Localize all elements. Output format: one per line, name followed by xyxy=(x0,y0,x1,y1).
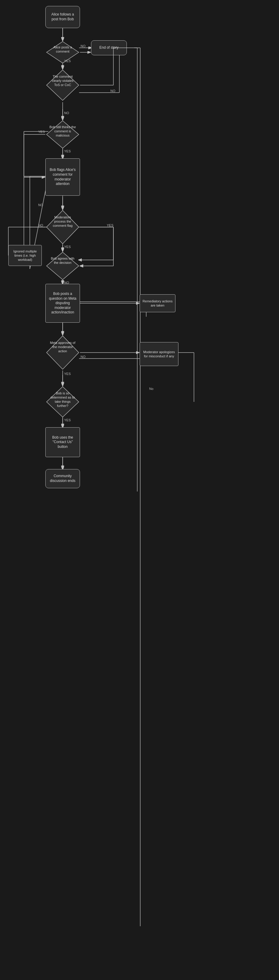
community-ends-node: Community discussion ends xyxy=(45,469,80,488)
moderator-apologizes-node: Moderator apologizes for misconduct if a… xyxy=(140,342,178,366)
end-of-story-node: End of story xyxy=(91,40,127,55)
meta-approves-no-label: NO xyxy=(81,355,86,358)
bob-thinks-malicious-diamond: Bob still thinks the comment is maliciou… xyxy=(45,119,80,150)
moderators-process-label: Moderators process the comment flag xyxy=(49,215,76,228)
remediatory-node: Remediatory actions are taken xyxy=(140,294,176,312)
alice-posts-label: Alice posts a comment xyxy=(51,45,75,54)
bob-determined-diamond: Bob is so determined as to take things f… xyxy=(45,385,80,419)
flowchart: Alice follows a post from Bob End of sto… xyxy=(0,0,279,980)
clearly-violates-no-down-label: NO xyxy=(64,111,69,115)
clearly-violates-no-right-label: NO xyxy=(110,89,116,92)
bob-agrees-diamond: Bob agrees with the decision xyxy=(45,251,80,282)
alice-posts-no-label: NO xyxy=(81,44,86,48)
bob-agrees-label: Bob agrees with the decision xyxy=(49,256,76,265)
moderators-yes-down-label: YES xyxy=(64,245,71,248)
meta-approves-label: Meta approves of the moderator action xyxy=(49,340,76,353)
bob-thinks-yes-label: YES xyxy=(38,130,45,134)
bob-flags-node: Bob flags Alice's comment for moderator … xyxy=(45,158,80,196)
ignored-multiple-node: Ignored multiple times (i.e. high worklo… xyxy=(8,245,42,266)
bob-uses-contact-node: Bob uses the "Contact Us" button xyxy=(45,427,80,457)
alice-posts-yes-label: YES xyxy=(64,59,71,63)
meta-approves-yes-label: YES xyxy=(64,372,71,375)
bob-determined-yes-label: YES xyxy=(64,418,71,422)
moderators-no-label: NO xyxy=(38,223,43,227)
clearly-violates-label: The comment clearly violates ToS or CoC xyxy=(49,75,76,87)
start-node: Alice follows a post from Bob xyxy=(45,6,80,28)
bob-thinks-yes-down-label: YES xyxy=(64,150,71,153)
clearly-violates-diamond: The comment clearly violates ToS or CoC xyxy=(45,69,80,102)
alice-posts-diamond: Alice posts a comment xyxy=(45,40,80,65)
meta-approves-diamond: Meta approves of the moderator action xyxy=(45,335,80,371)
bob-posts-question-node: Bob posts a question on Meta disputing m… xyxy=(45,284,80,323)
bob-flags-no-label: NO xyxy=(38,203,43,207)
bob-thinks-malicious-label: Bob still thinks the comment is maliciou… xyxy=(49,125,76,138)
moderators-process-diamond: Moderators process the comment flag xyxy=(45,209,80,246)
no-right-label: No xyxy=(149,387,154,390)
moderators-yes-right-label: YES xyxy=(107,223,113,227)
bob-determined-label: Bob is so determined as to take things f… xyxy=(49,391,76,408)
